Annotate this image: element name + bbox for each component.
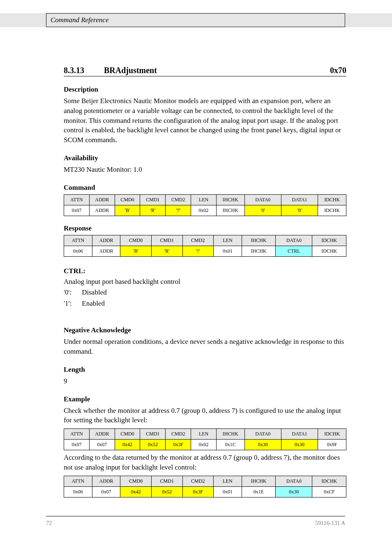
command-label: Command xyxy=(64,184,346,192)
table-header: LEN xyxy=(214,235,242,246)
table-header: DATA0 xyxy=(276,235,312,246)
table-header: LEN xyxy=(191,429,217,440)
table-cell: 0x01 xyxy=(214,246,242,256)
table-cell: '?' xyxy=(182,246,214,256)
table-header: DATA0 xyxy=(244,429,281,440)
footer-doc: 59116-131 A xyxy=(315,520,345,527)
table-row: 0x07 0x07 0x42 0x52 0x3F 0x02 0x1C 0x30 … xyxy=(64,440,346,450)
table-header-row: ATTN ADDR CMD0 CMD1 CMD2 LEN IHCHK DATA0… xyxy=(64,194,346,205)
table-cell: 'B' xyxy=(115,205,140,216)
table-cell: IHCHK xyxy=(216,205,244,216)
table-header: CMD0 xyxy=(115,429,140,440)
example-label: Example xyxy=(64,395,346,403)
length-label: Length xyxy=(64,366,346,374)
ctrl-val: Disabled xyxy=(82,288,106,296)
table-header: IHCHK xyxy=(242,476,275,486)
table-header: IHCHK xyxy=(216,194,244,205)
table-header: IDCHK xyxy=(318,429,346,440)
nack-label: Negative Acknowledge xyxy=(64,326,346,334)
table-cell: '?' xyxy=(166,205,191,216)
ctrl-block: CTRL: Analog input port based backlight … xyxy=(64,266,346,309)
table-header: CMD0 xyxy=(120,235,152,246)
description-label: Description xyxy=(64,85,346,94)
table-cell: 0x07 xyxy=(64,440,90,450)
table-cell: 0x30 xyxy=(244,440,281,450)
table-header: ATTN xyxy=(64,235,92,246)
table-header: DATA1 xyxy=(281,194,318,205)
table-cell: IHCHK xyxy=(242,246,275,256)
table-header: CMD1 xyxy=(151,235,182,246)
table-header: ATTN xyxy=(64,429,90,440)
example-command-table: ATTN ADDR CMD0 CMD1 CMD2 LEN IHCHK DATA0… xyxy=(64,428,346,450)
table-cell: '0' xyxy=(244,205,281,216)
table-cell: 0x06 xyxy=(64,246,92,256)
table-cell: IDCHK xyxy=(312,246,346,256)
table-header: ADDR xyxy=(92,235,120,246)
table-header: ADDR xyxy=(92,476,120,486)
response-table: ATTN ADDR CMD0 CMD1 CMD2 LEN IHCHK DATA0… xyxy=(64,235,346,257)
table-header: CMD1 xyxy=(140,429,166,440)
table-header: CMD2 xyxy=(182,235,214,246)
table-header: IHCHK xyxy=(242,235,275,246)
table-header: CMD1 xyxy=(140,194,166,205)
table-cell: 'R' xyxy=(151,246,182,256)
section-number: 8.3.13 BRAdjustment xyxy=(64,66,157,75)
table-cell: 0x1E xyxy=(242,486,275,497)
section-num-text: 8.3.13 xyxy=(64,66,84,75)
table-cell: 0x3F xyxy=(166,440,191,450)
table-cell: 0x30 xyxy=(281,440,318,450)
availability-label: Availability xyxy=(64,154,346,162)
table-row: 0x06 ADDR 'B' 'R' '?' 0x01 IHCHK CTRL ID… xyxy=(64,246,346,256)
table-header: LEN xyxy=(191,194,217,205)
table-cell: 0x02 xyxy=(191,440,217,450)
table-cell: 0x30 xyxy=(276,486,312,497)
response-label: Response xyxy=(64,224,346,233)
table-cell: 0xCF xyxy=(312,486,346,497)
example-response-table: ATTN ADDR CMD0 CMD1 CMD2 LEN IHCHK DATA0… xyxy=(64,476,346,497)
table-cell: 0x07 xyxy=(92,486,120,497)
example-text-2: According to the data returned by the mo… xyxy=(64,453,346,472)
table-cell: 0x9F xyxy=(318,440,346,450)
section-name-text: BRAdjustment xyxy=(104,66,157,75)
table-cell: ADDR xyxy=(92,246,120,256)
footer: 72 59116-131 A xyxy=(46,520,345,527)
table-header-row: ATTN ADDR CMD0 CMD1 CMD2 LEN IHCHK DATA0… xyxy=(64,476,346,486)
page-header-title: Command Reference xyxy=(51,16,108,24)
table-header-row: ATTN ADDR CMD0 CMD1 CMD2 LEN IHCHK DATA0… xyxy=(64,429,346,440)
table-header: IDCHK xyxy=(312,235,346,246)
nack-text: Under normal operation conditions, a dev… xyxy=(64,337,346,357)
table-header: CMD0 xyxy=(115,194,140,205)
table-header: ATTN xyxy=(64,194,90,205)
section-title-row: 8.3.13 BRAdjustment 0x70 xyxy=(64,66,346,76)
table-cell: 'R' xyxy=(140,205,166,216)
page-header: Command Reference xyxy=(46,13,345,27)
footer-rule xyxy=(46,516,345,516)
ctrl-line: '1': Enabled xyxy=(64,298,346,309)
table-header: CMD2 xyxy=(182,476,214,486)
table-cell: '0' xyxy=(281,205,318,216)
ctrl-key: '1': xyxy=(64,298,80,309)
table-cell: 0x02 xyxy=(191,205,217,216)
description-text: Some Beijer Electronics Nautic Monitor m… xyxy=(64,96,346,145)
table-header: IDCHK xyxy=(318,194,346,205)
table-cell: 0x07 xyxy=(89,440,115,450)
table-header: CMD2 xyxy=(166,194,191,205)
availability-text: MT230 Nautic Monitor: 1.0 xyxy=(64,165,346,175)
table-cell: ADDR xyxy=(89,205,115,216)
table-cell: 0x07 xyxy=(64,205,90,216)
table-header: LEN xyxy=(214,476,242,486)
ctrl-line: '0': Disabled xyxy=(64,287,346,298)
table-header: ATTN xyxy=(64,476,92,486)
ctrl-key: '0': xyxy=(64,287,80,298)
table-cell: 0x52 xyxy=(140,440,166,450)
table-header: DATA0 xyxy=(244,194,281,205)
table-header: ADDR xyxy=(89,429,115,440)
table-row: 0x06 0x07 0x42 0x52 0x3F 0x01 0x1E 0x30 … xyxy=(64,486,346,497)
table-cell: 0x42 xyxy=(115,440,140,450)
table-header: CMD1 xyxy=(151,476,182,486)
length-text: 9 xyxy=(64,376,346,386)
table-header: IHCHK xyxy=(216,429,244,440)
section-hex: 0x70 xyxy=(330,66,346,75)
table-cell: 0x3F xyxy=(182,486,214,497)
table-cell: 0x01 xyxy=(214,486,242,497)
